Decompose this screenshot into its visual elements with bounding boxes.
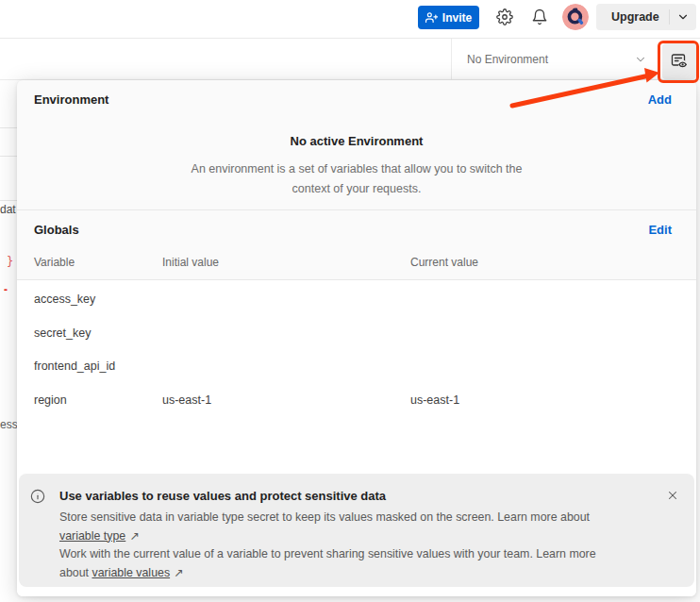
table-row: frontend_api_id xyxy=(17,360,696,375)
variable-values-link[interactable]: variable values xyxy=(92,566,170,579)
table-row: region us-east-1 us-east-1 xyxy=(17,393,696,409)
globals-title: Globals xyxy=(34,223,79,237)
upgrade-button-label: Upgrade xyxy=(596,10,669,24)
toolbar-divider xyxy=(451,39,452,80)
variable-name: region xyxy=(34,393,67,407)
info-banner-body: Store sensitive data in variable type se… xyxy=(59,509,662,582)
person-plus-icon xyxy=(425,11,438,24)
add-environment-link[interactable]: Add xyxy=(648,92,672,107)
chevron-down-icon[interactable] xyxy=(670,10,696,24)
invite-button[interactable]: Invite xyxy=(418,6,479,29)
external-link-icon: ↗ xyxy=(174,564,183,583)
edit-globals-link[interactable]: Edit xyxy=(648,223,672,237)
top-header-bar: Invite xyxy=(0,0,700,39)
initial-value: us-east-1 xyxy=(162,393,211,407)
info-banner-title: Use variables to reuse values and protec… xyxy=(59,489,386,503)
upgrade-button[interactable]: Upgrade xyxy=(596,4,696,30)
variable-name: access_key xyxy=(34,293,95,306)
variables-info-banner: Use variables to reuse values and protec… xyxy=(19,474,694,587)
table-row: access_key xyxy=(17,293,696,308)
column-header-initial-value: Initial value xyxy=(162,256,219,269)
empty-state-title: No active Environment xyxy=(17,134,696,148)
background-text-fragment: ess xyxy=(0,418,17,431)
column-header-variable: Variable xyxy=(34,256,75,269)
info-line-2: variable type↗ xyxy=(59,527,662,546)
info-line-4: about variable values↗ xyxy=(59,564,662,583)
bell-icon xyxy=(531,8,548,25)
list-eye-icon xyxy=(670,52,689,71)
close-icon[interactable] xyxy=(664,487,681,504)
background-divider xyxy=(0,127,17,128)
environment-selector[interactable]: No Environment xyxy=(458,43,653,75)
environment-toolbar: No Environment xyxy=(0,39,700,80)
background-code-fragment: - xyxy=(4,283,8,296)
background-divider xyxy=(0,200,17,201)
gear-icon xyxy=(496,8,513,25)
settings-button[interactable] xyxy=(494,7,515,27)
external-link-icon: ↗ xyxy=(129,527,139,546)
environment-quick-look-button[interactable] xyxy=(662,43,696,79)
user-avatar[interactable] xyxy=(562,4,589,30)
background-text-fragment: data xyxy=(0,203,16,216)
postman-environment-quicklook-screen: data } - ess Invite xyxy=(0,0,700,602)
variable-type-link[interactable]: variable type xyxy=(59,529,125,543)
background-divider xyxy=(0,156,17,157)
chevron-down-icon xyxy=(634,53,647,66)
variable-name: frontend_api_id xyxy=(34,360,115,373)
info-line-3: Work with the current value of a variabl… xyxy=(59,545,662,564)
info-line-1: Store sensitive data in variable type se… xyxy=(59,509,662,527)
current-value: us-east-1 xyxy=(410,393,459,407)
panel-title: Environment xyxy=(34,92,108,107)
section-divider xyxy=(17,209,696,210)
empty-state-description: An environment is a set of variables tha… xyxy=(17,159,696,199)
background-code-fragment: } xyxy=(7,255,13,268)
column-header-current-value: Current value xyxy=(410,256,478,269)
environment-quick-look-panel: Environment Add No active Environment An… xyxy=(17,80,696,596)
table-row: secret_key xyxy=(17,326,696,342)
notifications-button[interactable] xyxy=(529,7,550,27)
info-circle-icon xyxy=(30,489,45,504)
variable-name: secret_key xyxy=(34,326,91,340)
environment-selector-value: No Environment xyxy=(467,53,548,66)
info-line-4-prefix: about xyxy=(59,566,92,579)
invite-button-label: Invite xyxy=(442,11,472,25)
